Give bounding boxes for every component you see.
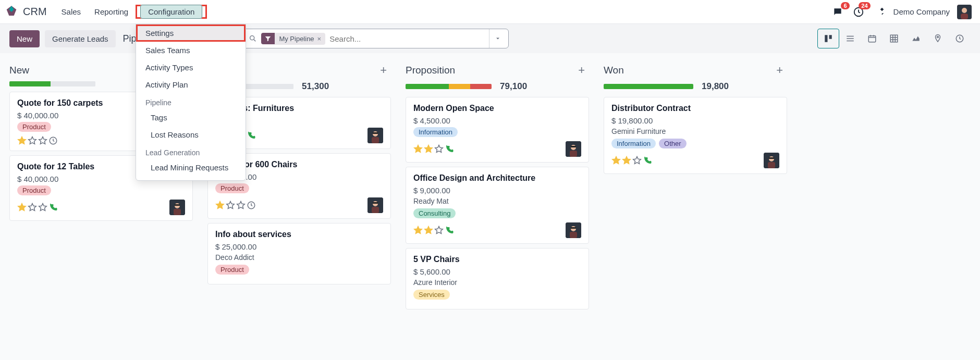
app-logo[interactable] [4, 5, 19, 19]
star-icon[interactable] [413, 226, 423, 235]
column-add-icon[interactable]: + [776, 64, 783, 77]
svg-rect-9 [847, 41, 854, 42]
company-name[interactable]: Demo Company [893, 7, 950, 16]
priority-stars[interactable] [413, 226, 454, 235]
menu-sales-teams[interactable]: Sales Teams [136, 42, 246, 59]
activities-icon[interactable]: 24 [852, 5, 865, 19]
search-bar[interactable]: My Pipeline × [243, 29, 509, 48]
tag[interactable]: Product [215, 265, 249, 275]
messages-icon[interactable]: 6 [831, 5, 844, 19]
svg-rect-39 [768, 162, 775, 168]
tag[interactable]: Consulting [413, 208, 456, 218]
tag[interactable]: Information [413, 127, 458, 137]
menu-activity-types[interactable]: Activity Types [136, 59, 246, 76]
nav-sales[interactable]: Sales [55, 4, 88, 19]
priority-stars[interactable] [413, 144, 454, 154]
assignee-avatar[interactable] [566, 222, 581, 238]
clock-icon[interactable] [247, 201, 256, 210]
column-progress-bar [604, 84, 693, 89]
tag[interactable]: Product [215, 183, 249, 193]
user-avatar[interactable] [957, 5, 972, 19]
phone-icon[interactable] [643, 156, 652, 165]
assignee-avatar[interactable] [368, 128, 383, 143]
star-icon[interactable] [17, 203, 27, 212]
nav-configuration[interactable]: Configuration [140, 5, 202, 19]
configuration-dropdown: Settings Sales Teams Activity Types Acti… [136, 24, 246, 181]
phone-icon[interactable] [445, 144, 454, 154]
assignee-avatar[interactable] [764, 153, 779, 168]
menu-section-pipeline: Pipeline [136, 93, 246, 109]
star-icon[interactable] [38, 203, 47, 212]
star-icon[interactable] [38, 136, 47, 145]
card-amount: $ 5,600.00 [413, 267, 581, 276]
view-graph[interactable] [905, 29, 927, 48]
assignee-avatar[interactable] [169, 200, 185, 215]
star-icon[interactable] [226, 201, 235, 210]
tag[interactable]: Product [17, 122, 51, 132]
view-calendar[interactable] [861, 29, 883, 48]
generate-leads-button[interactable]: Generate Leads [45, 30, 116, 47]
svg-rect-35 [570, 232, 577, 238]
star-icon[interactable] [236, 201, 246, 210]
svg-point-2 [962, 8, 967, 13]
filter-chip-remove-icon[interactable]: × [317, 35, 322, 43]
star-icon[interactable] [215, 201, 225, 210]
filter-chip[interactable]: My Pipeline × [275, 33, 325, 45]
phone-icon[interactable] [445, 226, 454, 235]
priority-stars[interactable] [17, 203, 58, 212]
menu-settings[interactable]: Settings [136, 24, 246, 42]
star-icon[interactable] [424, 144, 433, 154]
column-add-icon[interactable]: + [380, 64, 387, 77]
star-icon[interactable] [622, 156, 631, 165]
tag[interactable]: Other [659, 139, 687, 148]
star-icon[interactable] [28, 203, 37, 212]
menu-lost-reasons[interactable]: Lost Reasons [136, 126, 246, 143]
search-dropdown-toggle[interactable] [489, 29, 506, 48]
column-title[interactable]: Won [604, 65, 624, 76]
star-icon[interactable] [17, 136, 27, 145]
priority-stars[interactable] [17, 136, 58, 145]
tag[interactable]: Product [17, 185, 51, 195]
star-icon[interactable] [611, 156, 621, 165]
tools-icon[interactable] [873, 5, 886, 19]
new-button[interactable]: New [9, 30, 40, 47]
chevron-down-icon [495, 35, 501, 42]
priority-stars[interactable] [611, 156, 652, 165]
star-icon[interactable] [413, 144, 423, 154]
star-icon[interactable] [632, 156, 642, 165]
star-icon[interactable] [434, 226, 444, 235]
kanban-card[interactable]: Info about services $ 25,000.00Deco Addi… [207, 223, 391, 284]
assignee-avatar[interactable] [368, 197, 383, 213]
column-title[interactable]: New [9, 65, 29, 76]
kanban-card[interactable]: Office Design and Architecture $ 9,000.0… [406, 167, 589, 244]
view-activity[interactable] [949, 29, 971, 48]
menu-activity-plan[interactable]: Activity Plan [136, 76, 246, 93]
assignee-avatar[interactable] [566, 141, 581, 157]
view-list[interactable] [839, 29, 861, 48]
star-icon[interactable] [424, 226, 433, 235]
star-icon[interactable] [434, 144, 444, 154]
svg-point-12 [937, 36, 938, 38]
view-kanban[interactable] [817, 29, 839, 48]
column-title[interactable]: Proposition [406, 65, 455, 76]
column-add-icon[interactable]: + [578, 64, 585, 77]
search-input[interactable] [325, 34, 489, 43]
view-map[interactable] [927, 29, 949, 48]
clock-icon[interactable] [48, 136, 58, 145]
kanban-card[interactable]: Modern Open Space $ 4,500.00Information [406, 97, 589, 163]
nav-reporting[interactable]: Reporting [88, 4, 134, 19]
menu-tags[interactable]: Tags [136, 109, 246, 126]
view-pivot[interactable] [883, 29, 905, 48]
card-subtitle: Ready Mat [413, 197, 581, 205]
tag[interactable]: Services [413, 290, 450, 300]
tag[interactable]: Information [611, 139, 656, 148]
star-icon[interactable] [28, 136, 37, 145]
column-progress-bar [9, 81, 95, 86]
phone-icon[interactable] [247, 131, 256, 140]
card-title: Distributor Contract [611, 104, 779, 113]
menu-lead-mining[interactable]: Lead Mining Requests [136, 159, 246, 176]
priority-stars[interactable] [215, 201, 256, 210]
phone-icon[interactable] [48, 203, 58, 212]
kanban-card[interactable]: 5 VP Chairs $ 5,600.00Azure InteriorServ… [406, 248, 589, 309]
kanban-card[interactable]: Distributor Contract $ 19,800.00Gemini F… [604, 97, 787, 174]
